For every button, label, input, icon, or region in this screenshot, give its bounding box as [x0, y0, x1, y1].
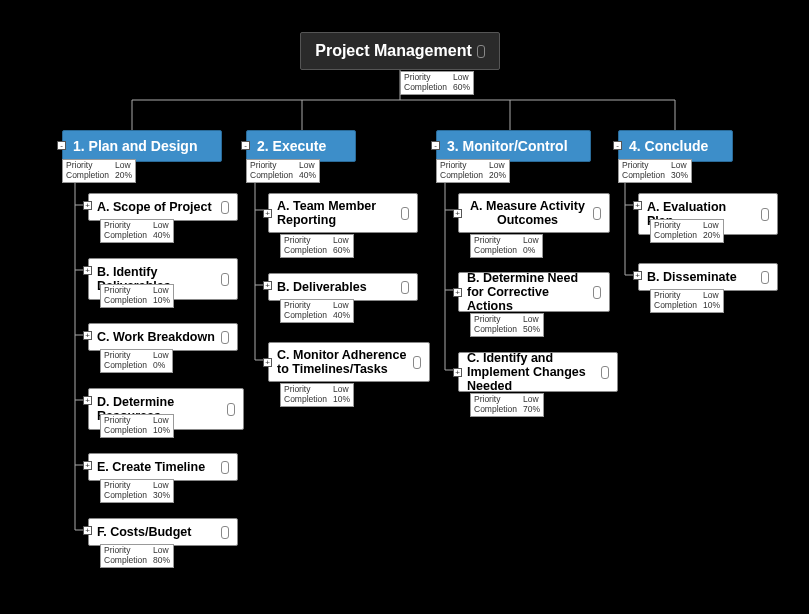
- leaf-meta: PriorityLow Completion20%: [650, 219, 724, 243]
- leaf-meta: PriorityLow Completion50%: [470, 313, 544, 337]
- leaf-monitor-adherence[interactable]: C. Monitor Adherence to Timelines/Tasks: [268, 342, 430, 382]
- collapse-toggle[interactable]: -: [431, 141, 440, 150]
- leaf-meta: PriorityLow Completion0%: [100, 349, 173, 373]
- leaf-meta: PriorityLow Completion10%: [650, 289, 724, 313]
- attachment-icon: [220, 330, 229, 344]
- collapse-toggle[interactable]: -: [613, 141, 622, 150]
- leaf-corrective-actions[interactable]: B. Determine Need for Corrective Actions: [458, 272, 610, 312]
- branch-monitor-control[interactable]: 3. Monitor/Control: [436, 130, 591, 162]
- expand-toggle[interactable]: +: [83, 201, 92, 210]
- expand-toggle[interactable]: +: [453, 288, 462, 297]
- leaf-measure-outcomes[interactable]: A. Measure Activity Outcomes: [458, 193, 610, 233]
- leaf-disseminate[interactable]: B. Disseminate: [638, 263, 778, 291]
- leaf-meta: PriorityLow Completion80%: [100, 544, 174, 568]
- leaf-meta: PriorityLow Completion40%: [280, 299, 354, 323]
- attachment-icon: [760, 270, 769, 284]
- expand-toggle[interactable]: +: [453, 368, 462, 377]
- root-meta: PriorityLow Completion60%: [400, 71, 474, 95]
- expand-toggle[interactable]: +: [453, 209, 462, 218]
- expand-toggle[interactable]: +: [633, 271, 642, 280]
- attachment-icon: [226, 402, 235, 416]
- expand-toggle[interactable]: +: [83, 266, 92, 275]
- leaf-costs-budget[interactable]: F. Costs/Budget: [88, 518, 238, 546]
- expand-toggle[interactable]: +: [263, 358, 272, 367]
- root-node[interactable]: Project Management: [300, 32, 500, 70]
- branch-label: 4. Conclude: [629, 138, 708, 154]
- attachment-icon: [220, 525, 229, 539]
- leaf-deliverables[interactable]: B. Deliverables: [268, 273, 418, 301]
- branch-plan-design[interactable]: 1. Plan and Design: [62, 130, 222, 162]
- attachment-icon: [220, 272, 229, 286]
- branch-label: 2. Execute: [257, 138, 326, 154]
- leaf-meta: PriorityLow Completion10%: [100, 414, 174, 438]
- leaf-scope-project[interactable]: A. Scope of Project: [88, 193, 238, 221]
- attachment-icon: [592, 206, 601, 220]
- leaf-meta: PriorityLow Completion60%: [280, 234, 354, 258]
- attachment-icon: [220, 200, 229, 214]
- branch-meta: PriorityLow Completion40%: [246, 159, 320, 183]
- attachment-icon: [592, 285, 601, 299]
- leaf-create-timeline[interactable]: E. Create Timeline: [88, 453, 238, 481]
- collapse-toggle[interactable]: -: [241, 141, 250, 150]
- attachment-icon: [220, 460, 229, 474]
- expand-toggle[interactable]: +: [633, 201, 642, 210]
- leaf-work-breakdown[interactable]: C. Work Breakdown: [88, 323, 238, 351]
- expand-toggle[interactable]: +: [263, 209, 272, 218]
- branch-execute[interactable]: 2. Execute: [246, 130, 356, 162]
- leaf-meta: PriorityLow Completion40%: [100, 219, 174, 243]
- branch-meta: PriorityLow Completion20%: [62, 159, 136, 183]
- branch-meta: PriorityLow Completion30%: [618, 159, 692, 183]
- attachment-icon: [400, 280, 409, 294]
- leaf-meta: PriorityLow Completion10%: [280, 383, 354, 407]
- attachment-icon: [760, 207, 769, 221]
- branch-conclude[interactable]: 4. Conclude: [618, 130, 733, 162]
- branch-label: 1. Plan and Design: [73, 138, 197, 154]
- expand-toggle[interactable]: +: [83, 331, 92, 340]
- leaf-meta: PriorityLow Completion10%: [100, 284, 174, 308]
- leaf-meta: PriorityLow Completion30%: [100, 479, 174, 503]
- branch-label: 3. Monitor/Control: [447, 138, 568, 154]
- expand-toggle[interactable]: +: [83, 526, 92, 535]
- branch-meta: PriorityLow Completion20%: [436, 159, 510, 183]
- attachment-icon: [476, 44, 485, 58]
- expand-toggle[interactable]: +: [263, 281, 272, 290]
- expand-toggle[interactable]: +: [83, 461, 92, 470]
- leaf-team-reporting[interactable]: A. Team Member Reporting: [268, 193, 418, 233]
- expand-toggle[interactable]: +: [83, 396, 92, 405]
- leaf-implement-changes[interactable]: C. Identify and Implement Changes Needed: [458, 352, 618, 392]
- attachment-icon: [412, 355, 421, 369]
- attachment-icon: [600, 365, 609, 379]
- root-title: Project Management: [315, 42, 471, 60]
- leaf-meta: PriorityLow Completion70%: [470, 393, 544, 417]
- attachment-icon: [400, 206, 409, 220]
- leaf-meta: PriorityLow Completion0%: [470, 234, 543, 258]
- collapse-toggle[interactable]: -: [57, 141, 66, 150]
